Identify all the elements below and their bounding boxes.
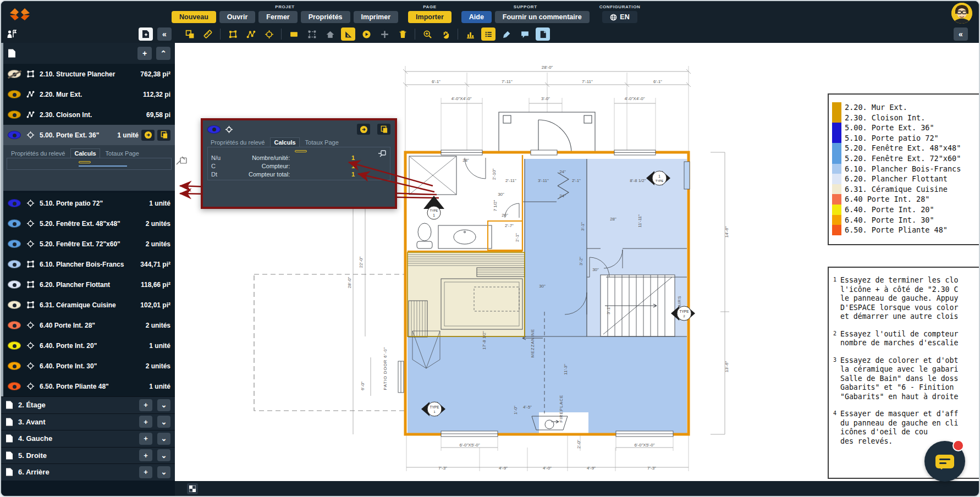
sidebar-page-2-tage[interactable]: 2. Étage+⌄ [1, 396, 175, 413]
visibility-eye-icon[interactable] [8, 382, 21, 390]
copy-button[interactable] [157, 130, 170, 141]
transform-tool[interactable] [305, 27, 319, 41]
takeoff-item[interactable]: 2.30. Cloison Int.69,58 pi [3, 104, 175, 125]
tab-totaux-page[interactable]: Totaux Page [102, 149, 142, 158]
tab-totaux-page[interactable]: Totaux Page [302, 138, 342, 147]
counter-dropdown[interactable] [79, 165, 127, 167]
expand-page-button[interactable]: ⌄ [157, 399, 170, 411]
visibility-eye-off-icon[interactable] [8, 70, 21, 78]
polyline-tool[interactable] [244, 27, 258, 41]
visibility-eye-icon[interactable] [8, 341, 21, 350]
home-tool[interactable] [323, 27, 337, 41]
takeoff-item[interactable]: 6.40. Porte Int. 20"1 unité [3, 335, 175, 356]
visibility-eye-icon[interactable] [8, 199, 21, 207]
visibility-eye-icon[interactable] [8, 260, 21, 268]
ruler-tool[interactable] [201, 27, 215, 41]
chart-tool[interactable] [463, 27, 477, 41]
add-takeoff-button[interactable]: + [139, 449, 152, 461]
tab-propri-t-s-du-relev-[interactable]: Propriétés du relevé [8, 149, 68, 158]
copy-button[interactable] [377, 124, 390, 135]
mode-button[interactable] [295, 150, 307, 152]
aide-button[interactable]: Aide [461, 11, 492, 23]
visibility-eye-icon[interactable] [8, 362, 21, 370]
propri-t-s-button[interactable]: Propriétés [301, 11, 350, 23]
expand-page-button[interactable]: ⌄ [157, 416, 170, 428]
takeoff-item[interactable]: 6.50. Porte Pliante 48"1 unité [3, 376, 175, 396]
visibility-eye-icon[interactable] [8, 90, 21, 98]
takeoff-item[interactable]: 6.31. Céramique Cuisine102,01 pi² [3, 295, 175, 315]
takeoff-item[interactable]: 5.20. Fenêtre Ext. 48"x48"2 unités [3, 213, 175, 234]
new-page-button[interactable] [139, 27, 153, 41]
takeoff-item[interactable]: 2.10. Structure Plancher762,38 pi² [3, 64, 175, 84]
add-takeoff-button[interactable]: + [139, 433, 152, 445]
highlighter-tool[interactable] [499, 27, 514, 41]
takeoff-item[interactable]: 6.40. Porte Int. 30"2 unités [3, 356, 175, 376]
comment-tool[interactable] [517, 27, 532, 41]
visibility-eye-icon[interactable] [207, 125, 221, 134]
dim-label: 2'-7" [505, 223, 514, 228]
sidebar-page-4-gauche[interactable]: 4. Gauche+⌄ [1, 430, 175, 447]
visibility-eye-icon[interactable] [8, 240, 21, 248]
counter-tool[interactable] [262, 27, 276, 41]
avatar[interactable] [951, 3, 972, 24]
collapse-sidebar-button[interactable]: « [157, 27, 172, 41]
takeoff-item[interactable]: 5.20. Fenêtre Ext. 72"x60"2 unités [3, 234, 175, 254]
polygon-tool[interactable] [225, 27, 240, 41]
expand-page-button[interactable]: ⌄ [157, 466, 170, 478]
fermer-button[interactable]: Fermer [258, 11, 297, 23]
takeoff-item[interactable]: 6.20. Plancher Flottant118,66 pi² [3, 274, 175, 295]
zoom-in-tool[interactable] [420, 27, 434, 41]
visibility-eye-icon[interactable] [8, 219, 21, 228]
takeoff-item[interactable]: 6.10. Plancher Bois-Francs344,71 pi² [3, 254, 175, 274]
add-takeoff-button[interactable]: + [139, 466, 152, 478]
sidebar-page-3-avant[interactable]: 3. Avant+⌄ [1, 413, 175, 430]
goto-button[interactable] [141, 130, 155, 141]
set-square-tool[interactable] [341, 27, 355, 41]
visibility-eye-icon[interactable] [8, 321, 21, 329]
note-tool[interactable] [536, 27, 550, 41]
importer-button[interactable]: Importer [408, 11, 452, 23]
sidebar-page-5-droite[interactable]: 5. Droite+⌄ [1, 447, 175, 464]
page-thumbnails-button[interactable] [187, 483, 198, 494]
add-tool[interactable] [377, 27, 392, 41]
visibility-eye-icon[interactable] [8, 280, 21, 289]
tab-calculs[interactable]: Calculs [70, 148, 100, 158]
expand-page-button[interactable]: ⌄ [157, 449, 170, 461]
delete-tool[interactable] [395, 27, 410, 41]
add-takeoff-button[interactable]: + [139, 399, 152, 411]
tab-calculs[interactable]: Calculs [270, 137, 299, 147]
ouvrir-button[interactable]: Ouvrir [219, 11, 256, 23]
mode-button[interactable] [79, 161, 91, 163]
list-tool[interactable] [481, 27, 495, 41]
takeoff-item[interactable]: 5.00. Porte Ext. 36"1 unité [3, 125, 175, 145]
takeoff-item[interactable]: 5.10. Porte patio 72"1 unité [3, 193, 175, 213]
chat-button[interactable] [924, 441, 965, 482]
pan-tool[interactable] [438, 27, 453, 41]
visibility-eye-icon[interactable] [8, 301, 21, 309]
add-takeoff-button[interactable]: + [137, 47, 152, 60]
sidebar-page-header[interactable]: + ⌃ [3, 43, 175, 64]
add-takeoff-button[interactable]: + [139, 416, 152, 428]
fournir-un-commentaire-button[interactable]: Fournir un commentaire [495, 11, 590, 23]
tab-propri-t-s-du-relev-[interactable]: Propriétés du relevé [207, 138, 268, 147]
imprimer-button[interactable]: Imprimer [354, 11, 399, 23]
expand-page-button[interactable]: ⌄ [157, 433, 170, 445]
visibility-eye-icon[interactable] [8, 131, 21, 139]
takeoff-item[interactable]: 6.40 Porte Int. 28"2 unités [3, 315, 175, 335]
nouveau-button[interactable]: Nouveau [172, 11, 216, 23]
plan-canvas[interactable]: 28'-0"6'-1"7'-11"7'-11"6'-1"4'-0"X4'-0"3… [175, 43, 979, 496]
rectangle-tool[interactable] [287, 27, 301, 41]
legend-swatch [832, 123, 841, 133]
sidebar-page-6-arri-re[interactable]: 6. Arrière+⌄ [1, 463, 175, 481]
calc-row-code: N/u [211, 154, 229, 161]
takeoff-item[interactable]: 2.20. Mur Ext.112,32 pi [3, 84, 175, 104]
collapse-page-button[interactable]: ⌃ [156, 47, 170, 60]
play-tool[interactable] [359, 27, 373, 41]
expand-gabarits-button[interactable]: « [954, 27, 968, 41]
goto-button[interactable] [357, 124, 370, 135]
pin-icon[interactable] [378, 150, 387, 158]
takeoff-popup[interactable]: Propriétés du relevéCalculsTotaux Page N… [201, 118, 397, 209]
en-button[interactable]: EN [602, 11, 637, 23]
layers-tool[interactable] [183, 27, 197, 41]
visibility-eye-icon[interactable] [8, 111, 21, 119]
